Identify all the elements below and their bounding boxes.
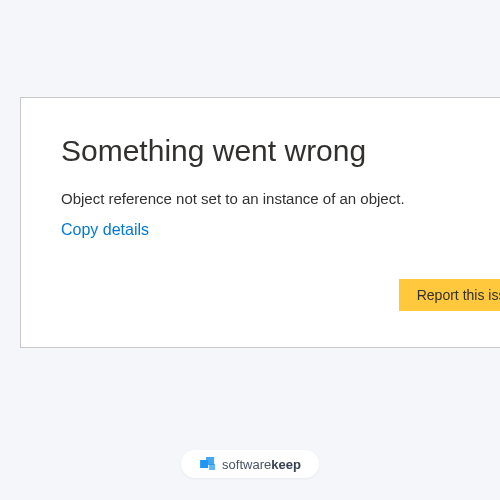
copy-details-link[interactable]: Copy details bbox=[61, 221, 149, 239]
brand-name-part1: software bbox=[222, 457, 271, 472]
brand-badge: softwarekeep bbox=[181, 450, 319, 478]
dialog-message: Object reference not set to an instance … bbox=[61, 190, 500, 207]
error-dialog: Something went wrong Object reference no… bbox=[20, 97, 500, 348]
svg-rect-2 bbox=[209, 464, 215, 470]
svg-rect-1 bbox=[206, 457, 214, 465]
dialog-button-row: Report this issue bbox=[61, 279, 500, 311]
report-issue-button[interactable]: Report this issue bbox=[399, 279, 500, 311]
brand-name: softwarekeep bbox=[222, 457, 301, 472]
softwarekeep-logo-icon bbox=[199, 455, 217, 473]
brand-name-part2: keep bbox=[271, 457, 301, 472]
dialog-title: Something went wrong bbox=[61, 134, 500, 168]
